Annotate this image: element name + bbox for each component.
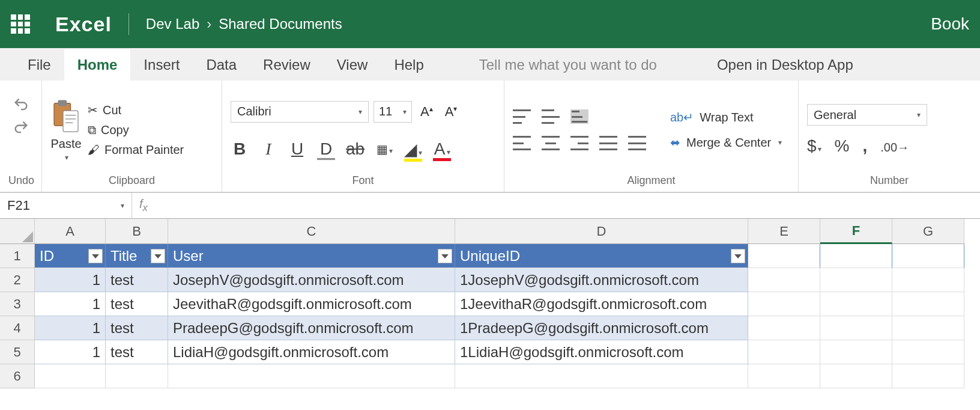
cell-G6[interactable] <box>892 364 964 388</box>
undo-button[interactable] <box>13 96 29 113</box>
cell-D4[interactable]: 1PradeepG@godsgift.onmicrosoft.com <box>455 316 748 340</box>
cell-D2[interactable]: 1JosephV@godsgift.onmicrosoft.com <box>455 268 748 292</box>
cell-B1[interactable]: Title <box>106 244 168 268</box>
comma-format-button[interactable]: , <box>862 136 867 156</box>
double-underline-button[interactable]: D <box>317 139 335 159</box>
increase-decimal-button[interactable]: .00→ <box>880 141 909 155</box>
cell-B2[interactable]: test <box>106 268 168 292</box>
open-in-desktop-button[interactable]: Open in Desktop App <box>699 49 871 81</box>
column-header-B[interactable]: B <box>106 219 168 244</box>
bold-button[interactable]: B <box>231 139 249 159</box>
row-header-6[interactable]: 6 <box>0 364 35 388</box>
cell-F4[interactable] <box>820 316 892 340</box>
app-launcher-icon[interactable] <box>11 14 30 34</box>
column-header-E[interactable]: E <box>748 219 820 244</box>
tab-home[interactable]: Home <box>64 49 131 81</box>
cell-A2[interactable]: 1 <box>35 268 106 292</box>
filter-button-B[interactable] <box>151 249 165 263</box>
column-header-A[interactable]: A <box>35 219 106 244</box>
cell-C3[interactable]: JeevithaR@godsgift.onmicrosoft.com <box>168 292 455 316</box>
align-bottom-button[interactable] <box>570 109 588 124</box>
cell-E3[interactable] <box>748 292 820 316</box>
cell-A3[interactable]: 1 <box>35 292 106 316</box>
row-header-4[interactable]: 4 <box>0 316 35 340</box>
cell-C5[interactable]: LidiaH@godsgift.onmicrosoft.com <box>168 340 455 364</box>
cut-button[interactable]: ✂Cut <box>88 103 184 117</box>
cell-A5[interactable]: 1 <box>35 340 106 364</box>
borders-button[interactable]: ▦▾ <box>375 142 393 156</box>
cell-B3[interactable]: test <box>106 292 168 316</box>
align-left-button[interactable] <box>513 136 531 150</box>
cell-G4[interactable] <box>892 316 964 340</box>
cell-A6[interactable] <box>35 364 106 388</box>
redo-button[interactable] <box>13 119 29 136</box>
cell-D5[interactable]: 1LidiaH@godsgift.onmicrosoft.com <box>455 340 748 364</box>
column-header-D[interactable]: D <box>455 219 748 244</box>
cell-E6[interactable] <box>748 364 820 388</box>
font-name-select[interactable]: Calibri▾ <box>231 101 369 123</box>
font-size-select[interactable]: 11▾ <box>374 101 412 123</box>
cell-G1[interactable] <box>892 244 964 268</box>
filter-button-D[interactable] <box>731 249 745 263</box>
column-header-G[interactable]: G <box>892 219 964 244</box>
tab-help[interactable]: Help <box>381 49 437 81</box>
paste-button[interactable]: Paste ▾ <box>50 99 82 162</box>
cell-G3[interactable] <box>892 292 964 316</box>
cell-B4[interactable]: test <box>106 316 168 340</box>
cell-A4[interactable]: 1 <box>35 316 106 340</box>
cell-C1[interactable]: User <box>168 244 455 268</box>
align-right-button[interactable] <box>570 136 588 150</box>
cell-D3[interactable]: 1JeevithaR@godsgift.onmicrosoft.com <box>455 292 748 316</box>
percent-format-button[interactable]: % <box>835 136 850 156</box>
cell-E2[interactable] <box>748 268 820 292</box>
decrease-indent-button[interactable] <box>599 136 617 150</box>
cell-F6[interactable] <box>820 364 892 388</box>
breadcrumb-site[interactable]: Dev Lab <box>146 16 199 32</box>
number-format-select[interactable]: General▾ <box>807 104 927 126</box>
breadcrumb-library[interactable]: Shared Documents <box>219 16 342 32</box>
fill-color-button[interactable]: ◢▾ <box>404 139 422 159</box>
tab-view[interactable]: View <box>324 49 381 81</box>
cell-F3[interactable] <box>820 292 892 316</box>
format-painter-button[interactable]: 🖌Format Painter <box>88 143 184 157</box>
row-header-1[interactable]: 1 <box>0 244 35 268</box>
row-header-2[interactable]: 2 <box>0 268 35 292</box>
cell-C6[interactable] <box>168 364 455 388</box>
cell-C2[interactable]: JosephV@godsgift.onmicrosoft.com <box>168 268 455 292</box>
filter-button-A[interactable] <box>88 249 103 263</box>
copy-button[interactable]: ⧉Copy <box>88 123 184 137</box>
increase-indent-button[interactable] <box>628 136 646 150</box>
cell-B6[interactable] <box>106 364 168 388</box>
tab-data[interactable]: Data <box>193 49 250 81</box>
accounting-format-button[interactable]: $▾ <box>807 136 821 156</box>
row-header-5[interactable]: 5 <box>0 340 35 364</box>
shrink-font-button[interactable]: A▾ <box>441 103 461 121</box>
cell-B5[interactable]: test <box>106 340 168 364</box>
strikethrough-button[interactable]: ab <box>346 139 364 159</box>
italic-button[interactable]: I <box>259 139 277 159</box>
font-color-button[interactable]: A▾ <box>433 139 451 159</box>
grow-font-button[interactable]: A▴ <box>417 103 437 121</box>
cell-F1[interactable] <box>820 244 892 268</box>
tab-review[interactable]: Review <box>250 49 324 81</box>
cell-G5[interactable] <box>892 340 964 364</box>
cell-E1[interactable] <box>748 244 820 268</box>
cell-D6[interactable] <box>455 364 748 388</box>
column-header-F[interactable]: F <box>820 219 892 244</box>
document-title[interactable]: Book <box>931 14 969 34</box>
cell-D1[interactable]: UniqueID <box>455 244 748 268</box>
tab-insert[interactable]: Insert <box>130 49 193 81</box>
column-header-C[interactable]: C <box>168 219 455 244</box>
tell-me-search[interactable]: Tell me what you want to do <box>461 49 675 81</box>
tab-file[interactable]: File <box>14 49 64 81</box>
name-box[interactable]: F21▾ <box>0 193 132 218</box>
wrap-text-button[interactable]: ab↵Wrap Text <box>670 110 782 124</box>
cell-F2[interactable] <box>820 268 892 292</box>
cell-F5[interactable] <box>820 340 892 364</box>
select-all-corner[interactable] <box>0 219 35 244</box>
cell-G2[interactable] <box>892 268 964 292</box>
cell-C4[interactable]: PradeepG@godsgift.onmicrosoft.com <box>168 316 455 340</box>
cell-E4[interactable] <box>748 316 820 340</box>
fx-icon[interactable]: fx <box>132 197 155 214</box>
align-center-button[interactable] <box>542 136 560 150</box>
